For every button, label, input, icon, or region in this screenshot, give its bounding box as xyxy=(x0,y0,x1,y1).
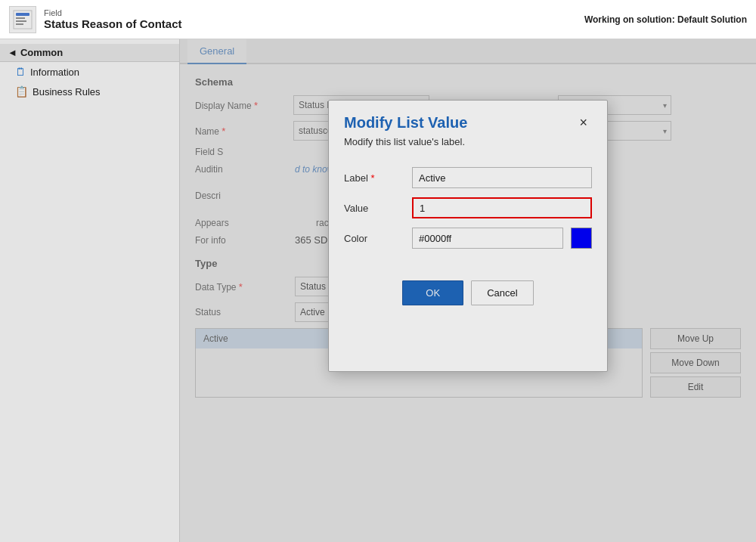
modal-label-row: Label * xyxy=(344,167,592,188)
modal-overlay: Modify List Value × Modify this list val… xyxy=(180,39,756,542)
modal-value-row: Value xyxy=(344,197,592,218)
modal-color-input[interactable] xyxy=(412,228,563,249)
working-on-label: Working on solution: Default Solution xyxy=(584,14,747,25)
header-titles: Field Status Reason of Contact xyxy=(44,8,182,30)
svg-rect-2 xyxy=(16,17,25,19)
business-rules-icon: 📋 xyxy=(15,85,28,98)
modal-value-field-label: Value xyxy=(344,203,404,214)
svg-rect-1 xyxy=(16,13,29,16)
cancel-button[interactable]: Cancel xyxy=(471,280,533,305)
color-preview xyxy=(571,228,592,249)
sidebar-item-information[interactable]: 🗒 Information xyxy=(0,62,179,82)
sidebar-item-information-label: Information xyxy=(30,67,79,78)
content-area: General Schema Display Name * Field Requ… xyxy=(180,39,756,542)
modal-close-button[interactable]: × xyxy=(575,114,592,131)
field-icon xyxy=(9,6,36,33)
information-icon: 🗒 xyxy=(15,66,26,78)
sidebar-item-business-rules-label: Business Rules xyxy=(33,86,101,98)
modal-subtitle: Modify this list value's label. xyxy=(329,136,607,160)
modal-color-row: Color xyxy=(344,228,592,249)
modal-body: Label * Value Color xyxy=(329,160,607,265)
header: Field Status Reason of Contact Working o… xyxy=(0,0,756,39)
header-left: Field Status Reason of Contact xyxy=(9,6,182,33)
modal-value-input[interactable] xyxy=(412,197,592,218)
field-label: Field xyxy=(44,8,182,17)
sidebar-section-header-common: ◄ Common xyxy=(0,44,179,62)
modal-color-field-label: Color xyxy=(344,233,404,244)
modify-list-value-modal: Modify List Value × Modify this list val… xyxy=(328,100,608,372)
sidebar-chevron: ◄ xyxy=(8,47,17,58)
ok-button[interactable]: OK xyxy=(402,280,463,305)
modal-label-input[interactable] xyxy=(412,167,592,188)
main-title: Status Reason of Contact xyxy=(44,17,182,30)
sidebar-section-label: Common xyxy=(20,47,63,58)
modal-title: Modify List Value xyxy=(344,114,467,132)
svg-rect-4 xyxy=(16,23,23,25)
sidebar-section-common: ◄ Common 🗒 Information 📋 Business Rules xyxy=(0,39,179,106)
main-layout: ◄ Common 🗒 Information 📋 Business Rules … xyxy=(0,39,756,542)
modal-footer: OK Cancel xyxy=(329,265,607,321)
modal-header: Modify List Value × xyxy=(329,101,607,136)
sidebar-item-business-rules[interactable]: 📋 Business Rules xyxy=(0,82,179,101)
modal-label-field-label: Label * xyxy=(344,172,404,184)
sidebar: ◄ Common 🗒 Information 📋 Business Rules xyxy=(0,39,180,542)
svg-rect-3 xyxy=(16,20,26,22)
